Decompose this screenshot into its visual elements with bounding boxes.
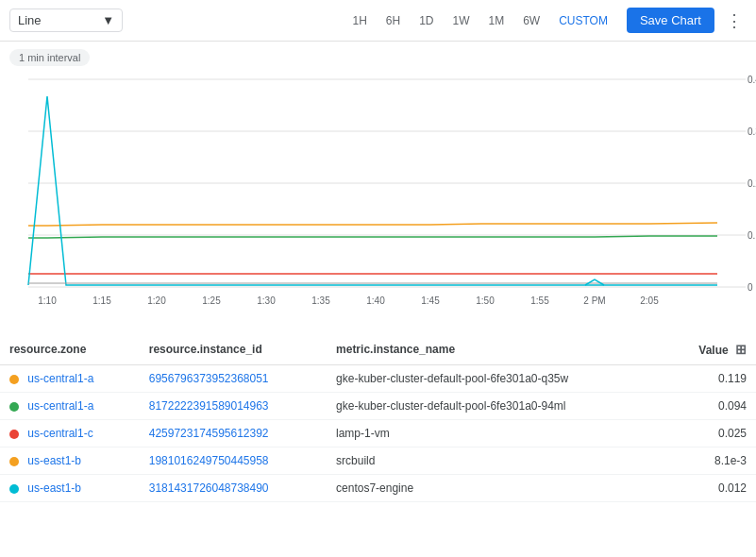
cell-value-2: 0.025 xyxy=(666,420,757,447)
cell-metric-name-0: gke-kuber-cluster-default-pool-6fe301a0-… xyxy=(327,365,665,393)
cell-instance-id-3: 1981016249750445958 xyxy=(140,447,327,475)
time-btn-6w[interactable]: 6W xyxy=(515,10,547,31)
svg-text:1:10: 1:10 xyxy=(38,295,57,306)
svg-text:0.4: 0.4 xyxy=(748,75,756,85)
svg-text:1:20: 1:20 xyxy=(147,295,166,306)
instance-id-link-2[interactable]: 4259723174595612392 xyxy=(149,427,269,440)
svg-text:0: 0 xyxy=(748,282,753,293)
table-row: us-east1-b 1981016249750445958 srcbuild … xyxy=(0,447,756,475)
svg-text:2 PM: 2 PM xyxy=(583,295,605,306)
svg-text:0.3: 0.3 xyxy=(748,127,756,137)
chart-svg: 0.4 0.3 0.2 0.1 0 1:10 1:15 1:20 1:25 1:… xyxy=(0,70,756,315)
data-table-wrapper: resource.zone resource.instance_id metri… xyxy=(0,334,756,502)
instance-id-link-3[interactable]: 1981016249750445958 xyxy=(149,454,269,467)
cell-zone-3: us-east1-b xyxy=(0,447,140,475)
save-chart-button[interactable]: Save Chart xyxy=(627,8,714,33)
cell-metric-name-3: srcbuild xyxy=(327,447,665,475)
time-btn-1m[interactable]: 1M xyxy=(481,10,512,31)
time-btn-1d[interactable]: 1D xyxy=(412,10,441,31)
cell-metric-name-2: lamp-1-vm xyxy=(327,420,665,447)
col-header-zone: resource.zone xyxy=(0,334,140,365)
series-dot-3 xyxy=(9,457,19,466)
chart-type-label: Line xyxy=(18,13,42,27)
col-header-value: Value ⊞ xyxy=(666,334,757,365)
col-header-metric: metric.instance_name xyxy=(327,334,665,365)
time-range-buttons: 1H 6H 1D 1W 1M 6W CUSTOM xyxy=(344,10,614,31)
series-dot-0 xyxy=(9,375,19,384)
svg-text:0.2: 0.2 xyxy=(748,178,756,189)
svg-text:0.1: 0.1 xyxy=(748,230,756,241)
zone-link-3[interactable]: us-east1-b xyxy=(27,454,81,467)
series-dot-1 xyxy=(9,402,19,412)
cell-value-3: 8.1e-3 xyxy=(666,447,757,475)
instance-id-link-0[interactable]: 6956796373952368051 xyxy=(149,372,269,385)
cell-instance-id-1: 8172222391589014963 xyxy=(140,393,327,420)
table-header-row: resource.zone resource.instance_id metri… xyxy=(0,334,756,365)
cell-metric-name-4: centos7-engine xyxy=(327,475,665,502)
svg-text:1:30: 1:30 xyxy=(257,295,276,306)
zone-link-1[interactable]: us-central1-a xyxy=(27,399,93,413)
toolbar: Line ▼ 1H 6H 1D 1W 1M 6W CUSTOM Save Cha… xyxy=(0,0,756,42)
cell-instance-id-0: 6956796373952368051 xyxy=(140,365,327,393)
chart-type-dropdown[interactable]: Line ▼ xyxy=(9,8,123,32)
data-table: resource.zone resource.instance_id metri… xyxy=(0,334,756,502)
chevron-down-icon: ▼ xyxy=(102,13,114,27)
table-row: us-central1-c 4259723174595612392 lamp-1… xyxy=(0,420,756,447)
time-btn-1h[interactable]: 1H xyxy=(344,10,374,31)
table-row: us-central1-a 6956796373952368051 gke-ku… xyxy=(0,365,756,393)
cell-value-1: 0.094 xyxy=(666,393,757,420)
svg-text:1:50: 1:50 xyxy=(476,295,495,306)
instance-id-link-1[interactable]: 8172222391589014963 xyxy=(149,399,269,413)
column-settings-icon[interactable]: ⊞ xyxy=(735,342,747,357)
table-row: us-central1-a 8172222391589014963 gke-ku… xyxy=(0,393,756,420)
svg-text:1:55: 1:55 xyxy=(530,295,549,306)
series-dot-4 xyxy=(9,484,19,494)
more-options-button[interactable]: ⋮ xyxy=(722,7,747,35)
table-row: us-east1-b 3181431726048738490 centos7-e… xyxy=(0,475,756,502)
interval-badge: 1 min interval xyxy=(9,49,90,66)
cell-zone-4: us-east1-b xyxy=(0,475,140,502)
col-header-instance-id: resource.instance_id xyxy=(140,334,327,365)
svg-text:1:45: 1:45 xyxy=(421,295,440,306)
cell-metric-name-1: gke-kuber-cluster-default-pool-6fe301a0-… xyxy=(327,393,665,420)
series-dot-2 xyxy=(9,430,19,439)
cell-value-4: 0.012 xyxy=(666,475,757,502)
svg-text:1:25: 1:25 xyxy=(202,295,221,306)
cell-zone-2: us-central1-c xyxy=(0,420,140,447)
svg-text:1:15: 1:15 xyxy=(92,295,111,306)
cell-instance-id-2: 4259723174595612392 xyxy=(140,420,327,447)
time-btn-custom[interactable]: CUSTOM xyxy=(551,10,615,31)
cell-value-0: 0.119 xyxy=(666,365,757,393)
time-btn-6h[interactable]: 6H xyxy=(378,10,408,31)
instance-id-link-4[interactable]: 3181431726048738490 xyxy=(149,481,269,495)
chart-container: 1 min interval 0.4 0.3 0.2 0.1 0 1:10 1:… xyxy=(0,42,756,334)
cell-instance-id-4: 3181431726048738490 xyxy=(140,475,327,502)
svg-text:2:05: 2:05 xyxy=(640,295,659,306)
cell-zone-0: us-central1-a xyxy=(0,365,140,393)
time-btn-1w[interactable]: 1W xyxy=(445,10,478,31)
zone-link-0[interactable]: us-central1-a xyxy=(27,372,93,385)
zone-link-2[interactable]: us-central1-c xyxy=(27,427,92,440)
cell-zone-1: us-central1-a xyxy=(0,393,140,420)
svg-text:1:35: 1:35 xyxy=(311,295,330,306)
zone-link-4[interactable]: us-east1-b xyxy=(27,481,81,495)
svg-text:1:40: 1:40 xyxy=(366,295,385,306)
